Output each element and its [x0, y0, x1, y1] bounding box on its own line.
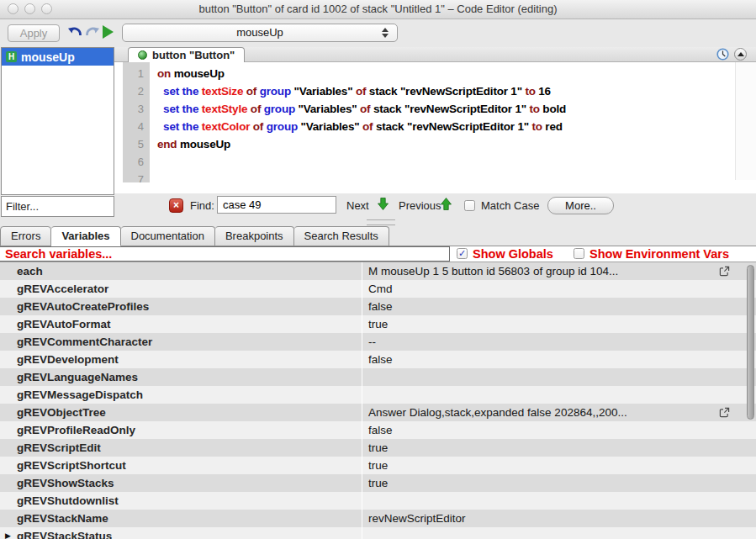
code-line: set the textColor of group "Variables" o… [157, 118, 731, 135]
variable-row[interactable]: gREVShutdownlist [0, 492, 756, 510]
variable-row[interactable]: gREVProfileReadOnlyfalse [0, 421, 756, 439]
variable-row[interactable]: gREVScriptShortcuttrue [0, 457, 756, 474]
tab-search-results[interactable]: Search Results [294, 226, 389, 246]
close-find-icon[interactable]: × [169, 198, 183, 213]
variable-row[interactable]: gREVObjectTreeAnswer Dialog,stack,expand… [0, 404, 756, 421]
variables-toolbar: Search variables... ✓ Show Globals Show … [0, 246, 756, 262]
find-previous-icon[interactable] [441, 198, 452, 210]
tab-variables[interactable]: Variables [51, 226, 120, 246]
tab-documentation[interactable]: Documentation [121, 226, 215, 246]
variable-row[interactable]: gREVShowStackstrue [0, 474, 756, 492]
variable-value: true [362, 439, 756, 457]
find-next-icon[interactable] [378, 198, 389, 210]
variable-row[interactable]: gREVAutoFormattrue [0, 315, 756, 333]
tab-button-button[interactable]: button "Button" [128, 47, 245, 62]
variable-row[interactable]: gREVLanguageNames [0, 368, 756, 386]
variable-value [362, 368, 756, 386]
variable-value: false [362, 351, 756, 368]
sidebar-item-mouseup[interactable]: H mouseUp [2, 48, 114, 66]
variable-name: gREVStackName [0, 510, 362, 527]
history-icon[interactable] [716, 48, 729, 61]
collapse-panel-icon[interactable] [734, 48, 747, 61]
panel-splitter-handle[interactable] [367, 219, 395, 225]
variable-value [362, 492, 756, 510]
redo-icon[interactable] [84, 24, 101, 39]
search-variables-input[interactable]: Search variables... [0, 246, 450, 262]
variable-name: gREVScriptEdit [0, 439, 362, 457]
variable-row[interactable]: gREVAutoCreateProfilesfalse [0, 298, 756, 315]
find-label: Find: [190, 199, 214, 212]
dropdown-stepper-icon [382, 28, 389, 38]
variable-row[interactable]: gREVMessageDispatch [0, 386, 756, 404]
variable-row[interactable]: gREVScriptEdittrue [0, 439, 756, 457]
handler-label: mouseUp [21, 50, 75, 64]
show-globals-label[interactable]: Show Globals [473, 246, 553, 262]
variable-row[interactable]: gREVStackNamerevNewScriptEditor [0, 510, 756, 527]
variable-value: true [362, 474, 756, 492]
variable-name: gREVObjectTree [0, 404, 362, 421]
line-number-gutter: 1234567 [123, 62, 150, 182]
code-line: end mouseUp [157, 135, 731, 153]
variable-name: gREVAutoFormat [0, 315, 362, 333]
variable-name: gREVScriptShortcut [0, 457, 362, 474]
variable-row[interactable]: gREVCommentCharacter-- [0, 333, 756, 351]
variable-value: revNewScriptEditor [362, 510, 756, 527]
variable-value [362, 386, 756, 404]
handler-icon: H [6, 51, 17, 62]
handler-list[interactable]: H mouseUp [1, 47, 114, 195]
variable-row[interactable]: eachM mouseUp 1 5 button id 56803 of gro… [0, 262, 756, 280]
apply-button[interactable]: Apply [8, 24, 60, 42]
line-number: 2 [123, 82, 150, 100]
code-area[interactable]: on mouseUp set the textSize of group "Va… [150, 62, 731, 193]
variable-name: gREVMessageDispatch [0, 386, 362, 404]
show-environment-vars-label[interactable]: Show Environment Vars [589, 246, 729, 262]
find-input[interactable]: case 49 [217, 196, 336, 214]
variable-row[interactable]: ▶gREVStackStatus [0, 527, 756, 539]
script-editor[interactable]: 1234567 on mouseUp set the textSize of g… [114, 62, 756, 193]
editor-scrollbar[interactable] [735, 62, 756, 180]
variable-value: -- [362, 333, 756, 351]
find-more-button[interactable]: More.. [547, 197, 614, 214]
variable-name: gREVProfileReadOnly [0, 421, 362, 439]
open-value-icon[interactable] [719, 407, 730, 418]
undo-icon[interactable] [66, 24, 83, 39]
editor-tab-label: button "Button" [152, 49, 235, 61]
show-globals-checkbox[interactable]: ✓ [457, 248, 468, 259]
line-number: 5 [123, 135, 150, 153]
variable-value: false [362, 298, 756, 315]
line-number: 4 [123, 118, 150, 135]
find-next-label[interactable]: Next [346, 199, 369, 212]
match-case-checkbox[interactable] [464, 200, 475, 211]
line-number: 7 [123, 171, 150, 182]
variable-name: gREVAutoCreateProfiles [0, 298, 362, 315]
variable-name: gREVCommentCharacter [0, 333, 362, 351]
code-editor-window: button "Button" of card id 1002 of stack… [0, 0, 756, 539]
variable-name: gREVDevelopment [0, 351, 362, 368]
variable-row[interactable]: gREVDevelopmentfalse [0, 351, 756, 368]
find-previous-label[interactable]: Previous [399, 199, 441, 212]
variables-table[interactable]: eachM mouseUp 1 5 button id 56803 of gro… [0, 262, 756, 539]
variable-name: gREVAccelerator [0, 280, 362, 298]
handler-dropdown[interactable]: mouseUp [122, 24, 398, 42]
variable-row[interactable]: gREVAcceleratorCmd [0, 280, 756, 298]
variable-name: ▶gREVStackStatus [0, 527, 362, 539]
variable-value: Cmd [362, 280, 756, 298]
window-title: button "Button" of card id 1002 of stack… [0, 3, 756, 15]
script-status-icon [138, 50, 147, 60]
show-environment-vars-checkbox[interactable] [574, 248, 584, 259]
column-divider[interactable] [362, 262, 362, 539]
code-line: set the textSize of group "Variables" of… [157, 82, 731, 100]
tab-breakpoints[interactable]: Breakpoints [215, 226, 294, 246]
table-scrollbar-thumb[interactable] [747, 265, 754, 420]
disclosure-triangle-icon[interactable]: ▶ [5, 527, 11, 539]
toolbar: Apply mouseUp [0, 19, 756, 47]
editor-tabstrip: button "Button" [114, 47, 756, 62]
code-line [157, 171, 731, 188]
compile-script-icon[interactable] [103, 25, 114, 39]
open-value-icon[interactable] [719, 266, 730, 277]
titlebar[interactable]: button "Button" of card id 1002 of stack… [0, 0, 756, 19]
variable-value [362, 527, 756, 539]
line-number: 3 [123, 100, 150, 118]
variable-name: gREVShutdownlist [0, 492, 362, 510]
tab-errors[interactable]: Errors [0, 226, 51, 246]
